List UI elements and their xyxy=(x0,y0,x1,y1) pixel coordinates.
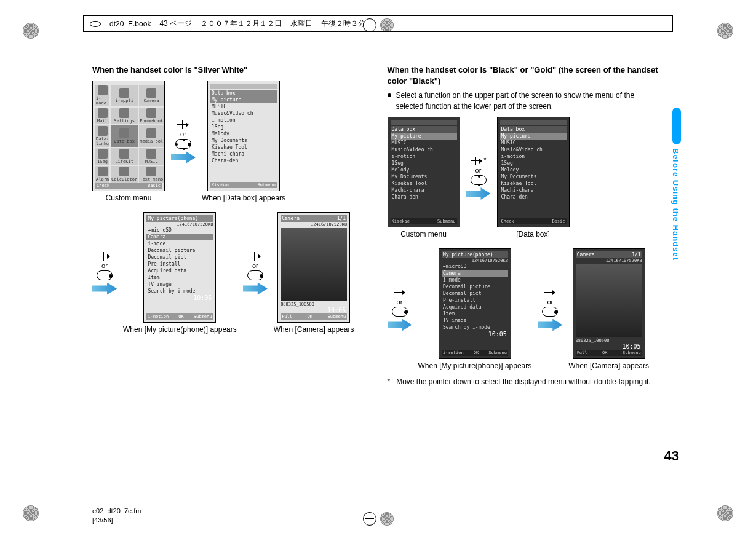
list-item: Item xyxy=(442,310,508,317)
fig-mypicture-black: My picture(phone) 12416/107520KB →microS… xyxy=(418,248,532,371)
or-label: or xyxy=(252,262,258,269)
grid-cell: Data-linkg xyxy=(95,125,109,147)
fr: Submenu xyxy=(437,219,456,224)
phone-databox-light: Data box My pictureMUSICMusic&Video chi-… xyxy=(207,81,280,191)
list-item: Acquired data xyxy=(146,267,213,274)
list-item: TV image xyxy=(442,317,508,324)
left-column: When the handset color is "Silver White"… xyxy=(92,65,369,483)
caption-custom-menu: Custom menu xyxy=(106,194,152,203)
caption-camera: When [Camera] appears xyxy=(274,325,354,335)
list-item: Item xyxy=(146,274,213,281)
grid-cell: Alarm xyxy=(95,166,109,183)
list-item: Music&Video ch xyxy=(500,146,567,153)
arrow-right-icon xyxy=(171,151,196,164)
or-control-r3: or xyxy=(542,288,558,317)
list-item: 1Seg xyxy=(210,124,277,130)
side-tab-pill xyxy=(672,108,681,144)
mypic-title: My picture(phone) xyxy=(148,216,198,221)
cfm: OK xyxy=(308,314,312,319)
crop-mark-tr xyxy=(701,6,750,55)
arrow-right-icon xyxy=(466,187,491,200)
header-weekday: 水曜日 xyxy=(290,18,312,29)
list-item: Melody xyxy=(391,167,457,173)
fl: Kisekae xyxy=(392,219,410,224)
arrow-right-icon xyxy=(388,319,412,331)
or-label: or xyxy=(101,262,108,269)
cursor-icon xyxy=(471,157,483,165)
footer-meta: e02_dt20_7e.fm [43/56] xyxy=(92,507,141,524)
phone-custom-menu-dark: Data box My pictureMUSICMusic&Video chi-… xyxy=(388,117,460,227)
list-item: Kisekae Tool xyxy=(500,180,567,187)
list-item: Melody xyxy=(210,130,277,137)
list-item: My picture xyxy=(210,97,277,103)
fig-custom-menu-black: Data box My pictureMUSICMusic&Video chi-… xyxy=(388,117,460,240)
list-item: MUSIC xyxy=(500,140,567,146)
list-item: i-motion xyxy=(210,117,277,124)
list-item: i-motion xyxy=(391,153,457,160)
list-item: Camera xyxy=(442,270,508,277)
left-heading: When the handset color is "Silver White" xyxy=(92,65,369,76)
header-date: ２００７年１２月１２日 xyxy=(201,18,282,29)
cam-size: 12416/107520KB xyxy=(576,258,642,263)
cam-file: 080325_100500 xyxy=(576,338,642,343)
or-control: or xyxy=(175,120,191,149)
arrow-right-icon xyxy=(538,319,562,331)
footer-meta-file: e02_dt20_7e.fm xyxy=(92,507,141,515)
footer-meta-page: [43/56] xyxy=(92,516,141,524)
footnote-text: Move the pointer down to select the disp… xyxy=(396,377,651,387)
bullet-dot-icon xyxy=(388,93,391,97)
mp-title: My picture(phone) xyxy=(443,252,493,258)
grid-cell: LifeKit xyxy=(111,148,138,165)
header-file: dt20_E.book xyxy=(109,20,151,28)
list-item: Decomail pict xyxy=(146,254,213,261)
crop-mark-br xyxy=(701,489,750,538)
caption-mypicture-b: When [My picture(phone)] appears xyxy=(418,361,532,371)
dpad-icon xyxy=(247,270,263,280)
list-item: Melody xyxy=(500,167,567,173)
bullet-select-function: Select a function on the upper part of t… xyxy=(388,90,664,112)
caption-databox: When [Data box] appears xyxy=(202,194,285,203)
grid-cell: Settings xyxy=(111,108,138,124)
fr: Submenu xyxy=(488,350,507,355)
caption-camera-b: When [Camera] appears xyxy=(568,361,649,371)
dpad-icon xyxy=(97,270,113,280)
camera-thumbnail xyxy=(281,228,347,301)
page-number: 43 xyxy=(664,448,679,464)
db-title2: Data box xyxy=(500,126,567,133)
or-label: or xyxy=(475,167,482,174)
list-item: i-motion xyxy=(500,153,567,160)
side-tab-text: Before Using the Handset xyxy=(671,148,680,261)
cfl: Full xyxy=(282,314,292,319)
fl: i-motion xyxy=(443,350,464,355)
list-item: MUSIC xyxy=(210,103,277,110)
cursor-icon xyxy=(544,288,556,297)
list-item: Pre-install xyxy=(442,297,508,304)
list-item: My Documents xyxy=(500,173,567,180)
right-heading: When the handset color is "Black" or "Go… xyxy=(388,65,664,87)
grid-cell: 1Seg xyxy=(95,148,109,165)
page-frame: dt20_E.book 43 ページ ２００７年１２月１２日 水曜日 午後２時３… xyxy=(58,12,698,532)
list-item: My Documents xyxy=(210,137,277,144)
list-item: Machi-chara xyxy=(210,151,277,157)
footer-right: Basic xyxy=(148,183,161,188)
arrow-right-icon xyxy=(92,283,117,295)
clock: 10:05 xyxy=(442,331,508,337)
phone-custom-menu-light: i-modei-appliCameraMailSettingsPhonebook… xyxy=(92,81,165,191)
databox-title: Data box xyxy=(210,90,277,97)
dpad-icon xyxy=(392,307,408,317)
phone-databox-dark: Data box My pictureMUSICMusic&Video chi-… xyxy=(497,117,570,227)
footer-left: Check xyxy=(97,183,109,188)
or-control-2: or xyxy=(97,252,113,280)
or-control-r1: * or xyxy=(471,157,487,185)
list-item: Kisekae Tool xyxy=(210,144,277,151)
list-item: My picture xyxy=(391,133,457,140)
fig-databox-silver: Data box My pictureMUSICMusic&Video chi-… xyxy=(202,81,285,203)
clock2: 10:05 xyxy=(281,307,347,313)
list-item: Acquired data xyxy=(442,304,508,310)
grid-cell: MUSIC xyxy=(139,148,164,165)
list-item: Search by i-mode xyxy=(146,288,213,294)
crop-mark-tl xyxy=(6,6,55,55)
fig-mypicture-silver: My picture(phone) 12416/107520KB →microS… xyxy=(123,212,237,335)
grid-cell: Phonebook xyxy=(139,108,164,124)
phone-camera-light: Camera1/1 12416/107520KB 080325_100500 1… xyxy=(277,212,350,323)
